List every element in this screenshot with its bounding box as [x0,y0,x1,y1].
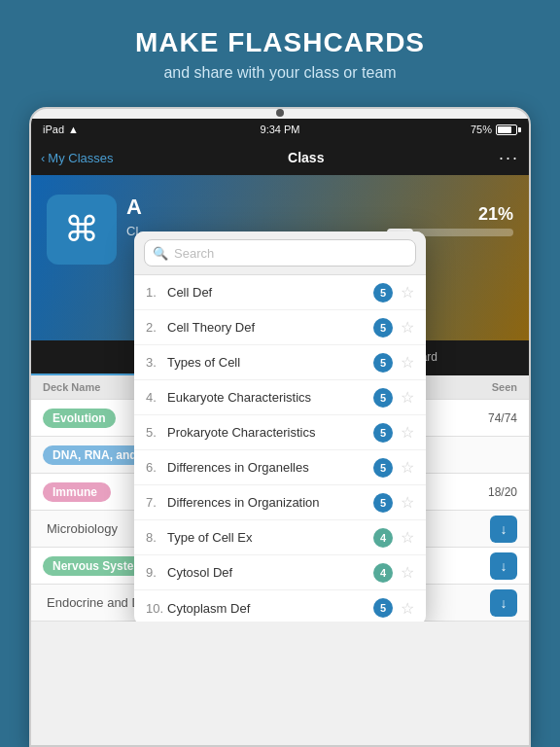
search-placeholder: Search [174,246,214,261]
list-item[interactable]: 10. Cytoplasm Def 5 ☆ [134,590,426,622]
camera-dot [276,109,284,117]
star-icon[interactable]: ☆ [401,528,414,547]
status-time: 9:34 PM [261,124,300,135]
nav-bar: ‹ My Classes Class ··· [31,140,529,175]
device-label: iPad [43,124,64,135]
search-icon: 🔍 [153,246,168,261]
star-icon[interactable]: ☆ [401,493,414,512]
battery-pct: 75% [471,124,492,135]
nav-title: Class [114,150,499,165]
download-button[interactable]: ↓ [490,552,517,580]
promo-title: MAKE FLASHCARDS [19,27,541,58]
star-icon[interactable]: ☆ [401,458,414,477]
star-icon[interactable]: ☆ [401,318,414,337]
card-count-badge: 5 [373,318,393,338]
search-box-area: 🔍 Search [134,231,426,275]
class-name: A [126,195,142,220]
download-button[interactable]: ↓ [490,516,517,543]
battery-icon [496,124,517,135]
status-left: iPad ▲ [43,124,79,135]
status-right: 75% [471,124,517,135]
list-item[interactable]: 3. Types of Cell 5 ☆ [134,345,426,380]
ipad-frame: iPad ▲ 9:34 PM 75% ‹ My Classes Class ··… [29,107,531,747]
download-icon: ↓ [501,558,508,574]
list-item[interactable]: 6. Differences in Organelles 5 ☆ [134,450,426,485]
search-dropdown: 🔍 Search 1. Cell Def 5 ☆ 2. Cell Theory … [134,231,426,622]
star-icon[interactable]: ☆ [401,599,414,618]
list-item[interactable]: 8. Type of Cell Ex 4 ☆ [134,520,426,555]
star-icon[interactable]: ☆ [401,283,414,302]
star-icon[interactable]: ☆ [401,353,414,372]
card-count-badge: 4 [373,563,393,583]
download-icon: ↓ [501,521,508,537]
star-icon[interactable]: ☆ [401,563,414,582]
star-icon[interactable]: ☆ [401,423,414,442]
card-count-badge: 5 [373,283,393,302]
list-item[interactable]: 4. Eukaryote Characteristics 5 ☆ [134,380,426,415]
card-count-badge: 5 [373,493,393,513]
search-input[interactable]: 🔍 Search [144,239,416,267]
class-icon: ⌘ [47,195,117,265]
dna-icon: ⌘ [64,209,99,250]
back-button[interactable]: ‹ My Classes [41,151,114,165]
promo-section: MAKE FLASHCARDS and share with your clas… [0,0,560,99]
card-count-badge: 5 [373,353,393,373]
deck-pill: Immune [43,482,111,502]
col-seen: Seen [459,381,517,393]
card-count-badge: 5 [373,458,393,478]
app-content: ⌘ A Cl 21% Decks Leaderboard Deck Name S… [31,175,529,622]
progress-pct: 21% [387,204,513,225]
chevron-left-icon: ‹ [41,151,45,165]
deck-pill: Evolution [43,409,116,428]
status-bar: iPad ▲ 9:34 PM 75% [31,119,529,140]
download-button[interactable]: ↓ [490,589,517,617]
more-button[interactable]: ··· [499,148,519,168]
dropdown-list: 1. Cell Def 5 ☆ 2. Cell Theory Def 5 ☆ 3… [134,275,426,622]
card-count-badge: 5 [373,423,393,443]
card-count-badge: 5 [373,598,393,618]
card-count-badge: 4 [373,528,393,548]
promo-subtitle: and share with your class or team [19,64,541,82]
list-item[interactable]: 5. Prokaryote Characteristics 5 ☆ [134,415,426,450]
star-icon[interactable]: ☆ [401,388,414,407]
list-item[interactable]: 7. Differences in Organization 5 ☆ [134,485,426,520]
list-item[interactable]: 9. Cytosol Def 4 ☆ [134,555,426,590]
list-item[interactable]: 1. Cell Def 5 ☆ [134,275,426,310]
back-label: My Classes [48,151,113,165]
download-icon: ↓ [501,595,508,611]
seen-count: 18/20 [488,485,517,499]
wifi-icon: ▲ [68,124,79,135]
list-item[interactable]: 2. Cell Theory Def 5 ☆ [134,310,426,345]
seen-count: 74/74 [488,411,517,425]
card-count-badge: 5 [373,388,393,408]
